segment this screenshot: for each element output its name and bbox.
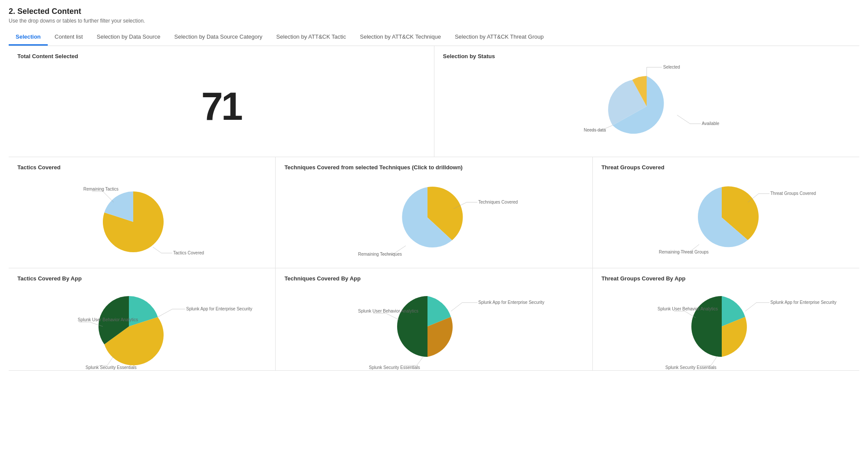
page-title: 2. Selected Content <box>9 7 859 16</box>
row-top: Total Content Selected 71 Selection by S… <box>9 46 859 157</box>
panel-techniques: Techniques Covered from selected Techniq… <box>276 157 592 268</box>
svg-line-22 <box>107 356 114 366</box>
status-pie: Selected Needs data Available <box>582 63 712 150</box>
tactics-title: Tactics Covered <box>17 164 266 171</box>
threat-sse-slice <box>691 296 722 357</box>
techniques-covered-label: Techniques Covered <box>478 200 518 204</box>
tab-bar: Selection Content list Selection by Data… <box>9 29 859 46</box>
tab-by-tactic[interactable]: Selection by ATT&CK Tactic <box>270 29 353 46</box>
svg-line-24 <box>451 303 462 311</box>
needs-data-label: Needs data <box>584 128 606 132</box>
panel-threat-groups: Threat Groups Covered Threat Groups Cove… <box>593 157 859 268</box>
tactics-chart: Remaining Tactics Tactics Covered <box>17 174 266 261</box>
page-subtitle: Use the drop downs or tables to further … <box>9 18 859 24</box>
selected-label: Selected <box>663 65 680 69</box>
total-number: 71 <box>17 63 425 150</box>
techniques-pie: Techniques Covered Remaining Techniques <box>356 174 512 261</box>
threat-groups-pie: Threat Groups Covered Remaining Threat G… <box>657 174 796 261</box>
splunk-es-label: Splunk App for Enterprise Security <box>186 306 252 311</box>
tactics-app-pie: Splunk App for Enterprise Security Splun… <box>77 279 207 370</box>
status-panel-title: Selection by Status <box>443 53 851 59</box>
svg-line-18 <box>158 309 172 317</box>
tech-uba-label: Splunk User Behavior Analytics <box>358 309 418 313</box>
svg-line-6 <box>103 191 114 202</box>
panel-tactics: Tactics Covered Remainin <box>9 157 276 268</box>
svg-line-8 <box>153 247 161 253</box>
tab-by-technique[interactable]: Selection by ATT&CK Technique <box>353 29 448 46</box>
techniques-title: Techniques Covered from selected Techniq… <box>284 164 583 171</box>
svg-line-34 <box>711 356 717 366</box>
tab-by-threat[interactable]: Selection by ATT&CK Threat Group <box>448 29 551 46</box>
total-panel-title: Total Content Selected <box>17 53 425 59</box>
splunk-sse-label: Splunk Security Essentials <box>85 365 137 370</box>
tech-sse-slice <box>397 296 427 357</box>
techniques-chart: Techniques Covered Remaining Techniques <box>284 174 583 261</box>
panel-total: Total Content Selected 71 <box>9 46 434 157</box>
svg-line-26 <box>386 313 399 320</box>
threat-es-label: Splunk App for Enterprise Security <box>770 300 836 305</box>
tech-sse-label: Splunk Security Essentials <box>369 365 420 370</box>
panel-techniques-app: Techniques Covered By App Splunk App for… <box>276 268 592 370</box>
svg-line-4 <box>677 115 690 124</box>
remaining-threat-label: Remaining Threat Groups <box>659 250 709 254</box>
svg-line-30 <box>745 303 756 311</box>
panel-status: Selection by Status <box>434 46 860 157</box>
page: 2. Selected Content Use the drop downs o… <box>0 0 868 471</box>
tactics-pie: Remaining Tactics Tactics Covered <box>81 174 203 261</box>
row-bot: Tactics Covered By App <box>9 268 859 371</box>
svg-line-28 <box>417 357 423 366</box>
tech-es-label: Splunk App for Enterprise Security <box>478 300 544 305</box>
threat-app-chart: Splunk App for Enterprise Security Splun… <box>602 285 851 363</box>
tab-selection[interactable]: Selection <box>9 29 48 46</box>
tactics-covered-label: Tactics Covered <box>173 250 204 255</box>
row-mid: Tactics Covered Remainin <box>9 157 859 268</box>
status-chart: Selected Needs data Available <box>443 63 851 150</box>
threat-app-pie: Splunk App for Enterprise Security Splun… <box>657 279 796 370</box>
threat-uba-label: Splunk User Behavior Analytics <box>658 306 718 311</box>
threat-groups-title: Threat Groups Covered <box>602 164 851 171</box>
threat-groups-chart: Threat Groups Covered Remaining Threat G… <box>602 174 851 261</box>
techniques-app-pie: Splunk App for Enterprise Security Splun… <box>356 279 512 370</box>
tab-by-category[interactable]: Selection by Data Source Category <box>168 29 270 46</box>
techniques-app-chart: Splunk App for Enterprise Security Splun… <box>284 285 583 363</box>
threat-covered-label: Threat Groups Covered <box>770 191 816 196</box>
tactics-app-chart: Splunk App for Enterprise Security Splun… <box>17 285 266 363</box>
panel-threat-app: Threat Groups Covered By App Splunk App … <box>593 268 859 370</box>
remaining-tactics-label: Remaining Tactics <box>83 187 118 191</box>
remaining-techniques-label: Remaining Techniques <box>358 252 402 257</box>
available-label: Available <box>702 121 720 126</box>
threat-sse-label: Splunk Security Essentials <box>665 365 717 370</box>
dashboard: Total Content Selected 71 Selection by S… <box>9 46 859 371</box>
splunk-uba-label: Splunk User Behavior Analytics <box>78 317 138 322</box>
tab-content-list[interactable]: Content list <box>48 29 90 46</box>
tab-by-data-source[interactable]: Selection by Data Source <box>90 29 168 46</box>
panel-tactics-app: Tactics Covered By App <box>9 268 276 370</box>
